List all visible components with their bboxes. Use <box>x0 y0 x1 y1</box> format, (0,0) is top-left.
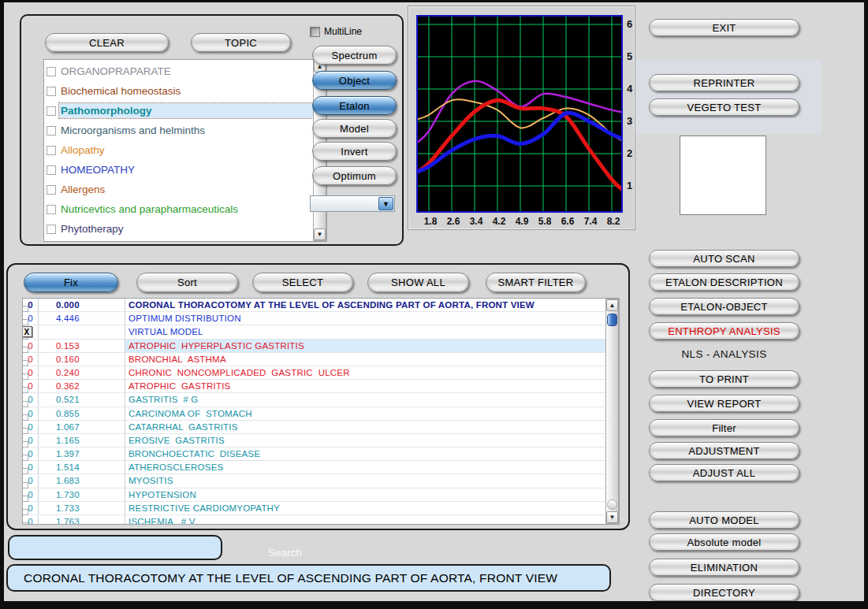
cell-val: 0.160 <box>39 353 125 366</box>
table-row[interactable]: 00.855CARCINOMA OF STOMACH <box>23 407 605 421</box>
mode-button-model[interactable]: Model <box>312 119 397 138</box>
row-tick-box[interactable] <box>23 522 28 524</box>
table-row[interactable]: 00.240CHRONIC NONCOMPLICADED GASTRIC ULC… <box>23 366 605 380</box>
y-tick-label: 6 <box>624 18 635 30</box>
adjust-all-button[interactable]: ADJUST ALL <box>649 464 799 481</box>
mode-button-invert[interactable]: Invert <box>312 142 397 161</box>
mode-button-optimum[interactable]: Optimum <box>312 166 397 185</box>
checkbox-icon[interactable] <box>47 225 56 234</box>
row-tick-box[interactable] <box>23 360 28 366</box>
scroll-thumb[interactable] <box>607 314 617 326</box>
virtual-model-x-button[interactable]: X <box>23 326 32 337</box>
multiline-checkbox[interactable] <box>310 27 320 37</box>
table-row[interactable]: 04.446OPTIMUM DISTRIBUTION <box>23 312 605 325</box>
row-tick-box[interactable] <box>23 401 28 407</box>
view-report-button[interactable]: VIEW REPORT <box>649 395 799 412</box>
row-tick-box[interactable] <box>23 428 28 434</box>
row-tick-box[interactable] <box>23 441 28 447</box>
fix-button[interactable]: Fix <box>24 273 118 292</box>
category-item[interactable]: Allergens <box>44 180 313 199</box>
x-tick-label: 7.4 <box>581 216 600 227</box>
checkbox-icon[interactable] <box>47 106 56 116</box>
checkbox-icon[interactable] <box>47 146 56 155</box>
cell-name: RESTRICTIVE CARDIOMYOPATHY <box>125 502 605 514</box>
enthropy-analysis-button[interactable]: ENTHROPY ANALYSIS <box>649 322 799 340</box>
table-row[interactable]: 00.521GASTRITIS # G <box>23 393 605 407</box>
row-tick-box[interactable] <box>23 414 28 421</box>
select-button[interactable]: SELECT <box>252 273 353 292</box>
etalon-dropdown[interactable]: ▼ <box>310 195 395 212</box>
scroll-track-end <box>607 499 617 510</box>
scroll-down-icon[interactable]: ▼ <box>606 511 618 523</box>
checkbox-icon[interactable] <box>47 185 56 195</box>
category-item[interactable]: Biochemical homeostasis <box>44 81 313 101</box>
elimination-button[interactable]: ELIMINATION <box>649 559 799 576</box>
category-item[interactable]: Microorganisms and helminths <box>44 121 313 140</box>
table-row[interactable]: 01.165EROSIVE GASTRITIS <box>23 434 605 447</box>
row-tick-box[interactable] <box>23 387 28 393</box>
checkbox-icon[interactable] <box>47 126 56 136</box>
mode-button-object[interactable]: Object <box>312 71 397 90</box>
table-row[interactable]: 00.153ATROPHIC HYPERPLASTIC GASTRITIS <box>23 340 605 353</box>
search-input[interactable] <box>8 535 222 560</box>
row-tick-box[interactable] <box>23 347 28 353</box>
auto-model-button[interactable]: AUTO MODEL <box>649 511 799 529</box>
category-item[interactable]: HOMEOPATHY <box>44 160 313 180</box>
table-scrollbar[interactable]: ▲ ▼ <box>605 299 619 524</box>
table-row[interactable]: 00.000CORONAL THORACOTOMY AT THE LEVEL O… <box>23 299 605 312</box>
table-row[interactable]: 01.733RESTRICTIVE CARDIOMYOPATHY <box>23 502 605 515</box>
row-tick-box[interactable] <box>23 509 28 515</box>
to-print-button[interactable]: TO PRINT <box>649 370 799 388</box>
checkbox-icon[interactable] <box>47 165 56 175</box>
row-tick-box[interactable] <box>23 306 28 312</box>
absolute-model-button[interactable]: Absolute model <box>649 533 799 551</box>
row-tick-box[interactable] <box>23 373 28 380</box>
row-tick-box[interactable] <box>23 482 28 488</box>
table-row[interactable]: 01.067CATARRHAL GASTRITIS <box>23 421 605 434</box>
mode-button-etalon[interactable]: Etalon <box>312 96 397 115</box>
row-tick-box[interactable] <box>23 496 28 502</box>
table-row[interactable]: X0VIRTUAL MODEL <box>23 325 605 339</box>
exit-button[interactable]: EXIT <box>649 19 799 36</box>
reprinter-button[interactable]: REPRINTER <box>649 74 799 91</box>
scroll-up-icon[interactable]: ▲ <box>606 299 618 311</box>
smart-filter-button[interactable]: SMART FILTER <box>486 273 586 292</box>
table-row[interactable]: 01.683MYOSITIS <box>23 474 605 488</box>
topic-button[interactable]: TOPIC <box>191 33 291 52</box>
table-row[interactable]: 00.160BRONCHIAL ASTHMA <box>23 353 605 366</box>
filter-button[interactable]: Filter <box>649 419 799 436</box>
clear-button[interactable]: CLEAR <box>45 33 169 52</box>
sort-button[interactable]: Sort <box>136 273 238 292</box>
category-item[interactable]: Pathomorphology <box>44 101 313 121</box>
category-item[interactable]: Nutricevtics and parapharmaceuticals <box>44 199 313 219</box>
row-tick-box[interactable] <box>23 468 28 474</box>
table-row[interactable]: 01.397BRONCHOECTATIC DISEASE <box>23 447 605 461</box>
auto-scan-button[interactable]: AUTO SCAN <box>649 250 799 267</box>
category-item[interactable]: Allopathy <box>44 140 313 160</box>
checkbox-icon[interactable] <box>47 205 56 214</box>
vegeto-test-button[interactable]: VEGETO TEST <box>649 98 799 116</box>
table-row[interactable]: 01.763ISCHEMIA # V <box>23 515 605 524</box>
scroll-down-icon[interactable]: ▼ <box>314 228 326 240</box>
table-row[interactable]: 00.362ATROPHIC GASTRITIS <box>23 380 605 393</box>
category-item[interactable]: ORGANOPRAPARATE <box>44 61 313 81</box>
cell-val: 0.855 <box>39 407 125 420</box>
cell-name: CHRONIC NONCOMPLICADED GASTRIC ULCER <box>125 366 605 379</box>
show-all-button[interactable]: SHOW ALL <box>367 273 469 292</box>
y-tick-label: 3 <box>624 115 635 127</box>
checkbox-icon[interactable] <box>47 67 56 76</box>
checkbox-icon[interactable] <box>47 87 56 96</box>
table-row[interactable]: 01.730HYPOTENSION <box>23 488 605 502</box>
mode-button-spectrum[interactable]: Spectrum <box>312 46 397 65</box>
row-tick-box[interactable] <box>23 319 28 325</box>
table-row[interactable]: 01.514ATHEROSCLEROSES <box>23 461 605 474</box>
directory-button[interactable]: DIRECTORY <box>649 584 799 601</box>
chevron-down-icon[interactable]: ▼ <box>378 197 393 210</box>
etalon-object-button[interactable]: ETALON-OBJECT <box>649 298 799 315</box>
etalon-description-button[interactable]: ETALON DESCRIPTION <box>649 273 799 291</box>
category-item[interactable]: Phytotherapy <box>44 219 313 239</box>
row-tick-box[interactable] <box>23 455 28 461</box>
category-label: Pathomorphology <box>59 103 313 118</box>
cell-val: 1.763 <box>39 515 125 524</box>
adjustment-button[interactable]: ADJUSTMENT <box>649 442 799 459</box>
